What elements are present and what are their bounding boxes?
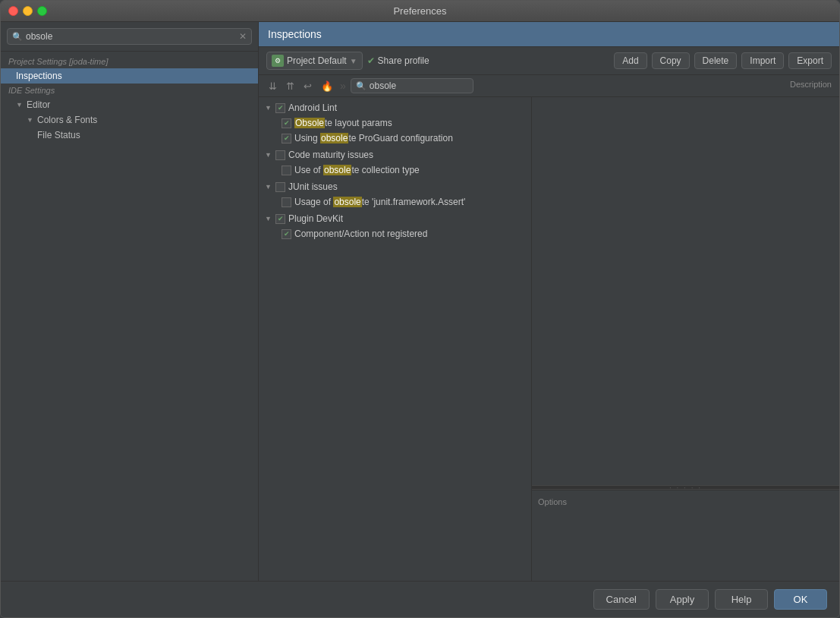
profile-name: Project Default — [287, 55, 347, 66]
component-action-label: Component/Action not registered — [294, 229, 427, 239]
group-junit: ▼ JUnit issues Usage of obsolete 'junit.… — [259, 179, 531, 210]
profile-selector[interactable]: ⚙ Project Default ▼ — [266, 52, 363, 70]
group-code-maturity-header[interactable]: ▼ Code maturity issues — [259, 147, 531, 162]
separator: » — [340, 80, 346, 92]
junit-triangle: ▼ — [265, 183, 272, 191]
options-label: Options — [538, 497, 567, 506]
traffic-lights — [8, 6, 47, 16]
collection-type-label: Use of obsolete collection type — [294, 165, 420, 175]
highlight: obsole — [333, 197, 361, 207]
description-panel: · · · · · Options — [532, 97, 839, 581]
list-item[interactable]: Use of obsolete collection type — [259, 162, 531, 178]
android-lint-checkbox[interactable]: ✔ — [275, 103, 285, 113]
collapse-all-icon[interactable]: ⇈ — [284, 79, 297, 93]
junit-name: JUnit issues — [288, 181, 338, 192]
minimize-button[interactable] — [23, 6, 33, 16]
proguard-label: Using obsolete ProGuard configuration — [294, 133, 453, 143]
close-button[interactable] — [8, 6, 18, 16]
editor-triangle: ▼ — [16, 101, 24, 109]
chevron-down-icon: ▼ — [350, 57, 357, 65]
editor-label: Editor — [27, 99, 50, 110]
list-item[interactable]: ✔ Obsolete layout params — [259, 115, 531, 131]
delete-button[interactable]: Delete — [694, 52, 738, 69]
window-title: Preferences — [393, 5, 446, 17]
bottom-bar: Cancel Apply Help OK — [1, 581, 839, 617]
undo-icon[interactable]: ↩ — [301, 79, 314, 93]
panel-divider[interactable]: · · · · · — [532, 485, 839, 490]
maximize-button[interactable] — [37, 6, 47, 16]
search-input-wrapper[interactable]: 🔍 ✕ — [7, 28, 252, 45]
code-maturity-triangle: ▼ — [265, 151, 272, 159]
copy-button[interactable]: Copy — [652, 52, 690, 69]
junit-checkbox[interactable] — [275, 182, 285, 192]
group-android-lint-header[interactable]: ▼ ✔ Android Lint — [259, 100, 531, 115]
sidebar-tree: Project Settings [joda-time] Inspections… — [1, 52, 258, 581]
share-label: Share profile — [378, 55, 429, 66]
ok-button[interactable]: OK — [774, 589, 827, 610]
colors-fonts-triangle: ▼ — [27, 116, 34, 124]
search-input[interactable] — [26, 31, 236, 42]
search-bar: 🔍 ✕ — [1, 22, 258, 52]
sidebar-item-file-status[interactable]: File Status — [1, 128, 258, 143]
list-item[interactable]: Usage of obsolete 'junit.framework.Asser… — [259, 194, 531, 210]
title-bar: Preferences — [1, 1, 839, 22]
profile-icon: ⚙ — [272, 55, 284, 67]
list-item[interactable]: ✔ Using obsolete ProGuard configuration — [259, 131, 531, 146]
search-icon: 🔍 — [12, 32, 23, 42]
plugin-devkit-checkbox[interactable]: ✔ — [275, 214, 285, 224]
expand-all-icon[interactable]: ⇊ — [266, 79, 279, 93]
list-item[interactable]: ✔ Component/Action not registered — [259, 226, 531, 241]
sidebar-item-colors-fonts[interactable]: ▼ Colors & Fonts — [1, 112, 258, 128]
inspections-label: Inspections — [16, 71, 62, 81]
options-area: Options — [532, 490, 839, 581]
component-action-checkbox[interactable]: ✔ — [282, 229, 291, 239]
junit-assert-checkbox[interactable] — [282, 197, 291, 207]
search-clear-icon[interactable]: ✕ — [239, 31, 247, 42]
code-maturity-name: Code maturity issues — [288, 150, 373, 160]
junit-assert-label: Usage of obsolete 'junit.framework.Asser… — [294, 197, 465, 207]
content-area: ▼ ✔ Android Lint ✔ Obsolete layout param… — [259, 97, 839, 581]
group-code-maturity: ▼ Code maturity issues Use of obsolete c… — [259, 147, 531, 178]
share-check-icon: ✔ — [367, 55, 375, 66]
highlight: Obsole — [294, 118, 325, 128]
colors-fonts-label: Colors & Fonts — [37, 115, 97, 125]
code-maturity-checkbox[interactable] — [275, 150, 285, 160]
add-button[interactable]: Add — [614, 52, 647, 69]
sidebar-item-inspections[interactable]: Inspections — [1, 68, 258, 84]
group-android-lint: ▼ ✔ Android Lint ✔ Obsolete layout param… — [259, 100, 531, 146]
obsolete-layout-checkbox[interactable]: ✔ — [282, 118, 291, 128]
share-profile-button[interactable]: ✔ Share profile — [367, 55, 429, 66]
filter-input-wrapper[interactable]: 🔍 — [351, 78, 473, 93]
right-panel: Inspections ⚙ Project Default ▼ ✔ Share … — [259, 22, 839, 581]
plugin-devkit-name: Plugin DevKit — [288, 213, 343, 224]
import-button[interactable]: Import — [741, 52, 784, 69]
ide-settings-label: IDE Settings — [1, 84, 258, 97]
filter-input[interactable] — [370, 80, 468, 91]
apply-button[interactable]: Apply — [656, 589, 709, 610]
collection-type-checkbox[interactable] — [282, 166, 291, 175]
description-area — [532, 97, 839, 485]
highlight: obsole — [323, 165, 351, 175]
panel-header: Inspections — [259, 22, 839, 47]
divider-dots: · · · · · — [669, 484, 702, 492]
help-button[interactable]: Help — [715, 589, 768, 610]
proguard-checkbox[interactable]: ✔ — [282, 134, 291, 143]
panel-title: Inspections — [268, 28, 322, 40]
plugin-devkit-triangle: ▼ — [265, 215, 272, 222]
obsolete-layout-label: Obsolete layout params — [294, 118, 392, 128]
sidebar: 🔍 ✕ Project Settings [joda-time] Inspect… — [1, 22, 259, 581]
flame-icon[interactable]: 🔥 — [319, 79, 335, 93]
main-content: 🔍 ✕ Project Settings [joda-time] Inspect… — [1, 22, 839, 581]
group-junit-header[interactable]: ▼ JUnit issues — [259, 179, 531, 194]
export-button[interactable]: Export — [788, 52, 832, 69]
group-plugin-devkit-header[interactable]: ▼ ✔ Plugin DevKit — [259, 211, 531, 226]
inspection-list: ▼ ✔ Android Lint ✔ Obsolete layout param… — [259, 97, 532, 581]
group-plugin-devkit: ▼ ✔ Plugin DevKit ✔ Component/Action not… — [259, 211, 531, 241]
cancel-button[interactable]: Cancel — [593, 589, 650, 610]
toolbar: ⚙ Project Default ▼ ✔ Share profile Add … — [259, 47, 839, 75]
sidebar-item-editor[interactable]: ▼ Editor — [1, 97, 258, 112]
android-lint-triangle: ▼ — [265, 104, 272, 112]
description-label: Description — [790, 80, 832, 89]
file-status-label: File Status — [37, 130, 80, 140]
inspection-toolbar: ⇊ ⇈ ↩ 🔥 » 🔍 Description — [259, 75, 839, 97]
